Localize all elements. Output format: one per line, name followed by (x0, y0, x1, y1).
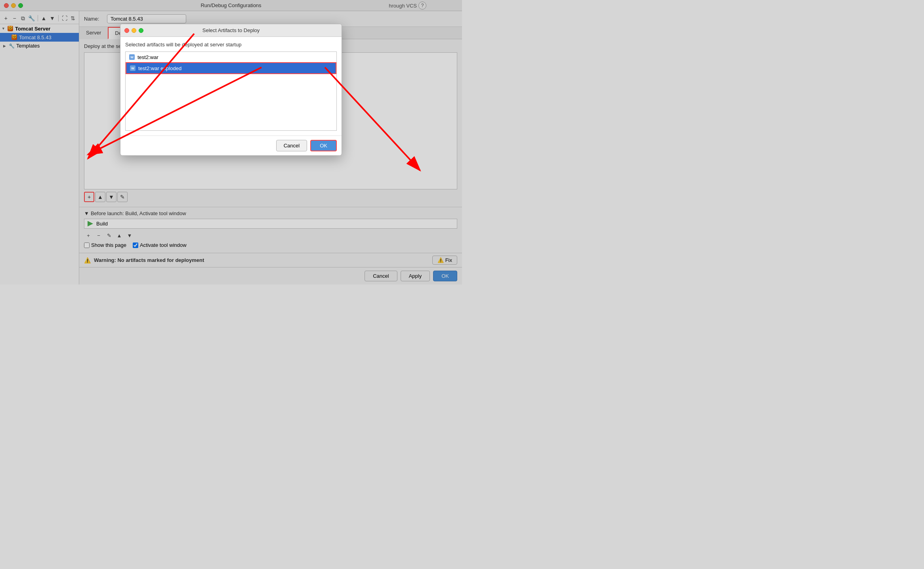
artifact-item-war[interactable]: W test2:war (126, 52, 336, 62)
modal-close-button[interactable] (124, 28, 129, 33)
war-icon: W (129, 54, 135, 60)
modal-body: Selected artifacts will be deployed at s… (120, 37, 342, 136)
modal-description: Selected artifacts will be deployed at s… (125, 42, 337, 48)
artifact-war-exploded-label: test2:war exploded (138, 65, 181, 71)
modal-footer: Cancel OK (120, 136, 342, 155)
modal-min-button[interactable] (132, 28, 136, 33)
artifact-list: W test2:war W test2:war exploded (125, 52, 337, 131)
modal-ok-button[interactable]: OK (310, 140, 337, 151)
artifact-war-label: test2:war (137, 54, 158, 60)
war-exploded-icon: W (130, 65, 136, 71)
select-artifacts-dialog: Select Artifacts to Deploy Selected arti… (120, 24, 342, 156)
modal-overlay: Select Artifacts to Deploy Selected arti… (0, 0, 462, 284)
modal-title: Select Artifacts to Deploy (202, 27, 260, 33)
modal-max-button[interactable] (139, 28, 143, 33)
modal-title-bar: Select Artifacts to Deploy (120, 24, 342, 37)
modal-traffic-lights (124, 28, 143, 33)
artifact-item-war-exploded[interactable]: W test2:war exploded (126, 62, 336, 74)
modal-cancel-button[interactable]: Cancel (276, 140, 307, 151)
